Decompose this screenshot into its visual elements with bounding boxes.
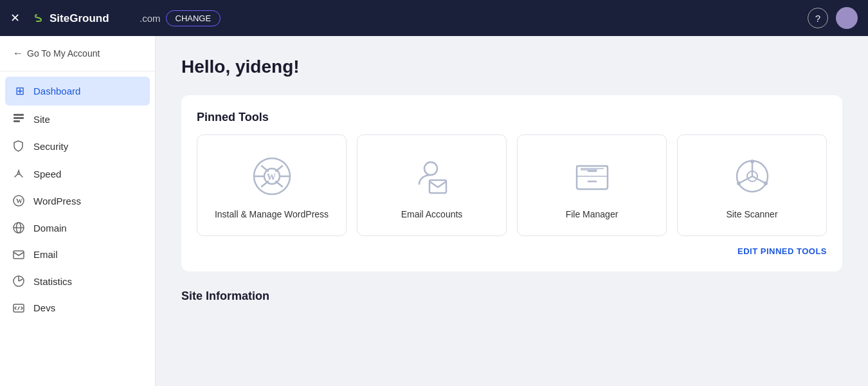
tool-card-wordpress[interactable]: W Install & Manage WordPress (197, 134, 347, 236)
sidebar-item-domain[interactable]: Domain (0, 214, 155, 241)
sidebar-label-site: Site (33, 114, 50, 125)
tool-label-site-scanner: Site Scanner (726, 208, 777, 221)
svg-text:SiteGround: SiteGround (50, 12, 109, 24)
domain-area: .com CHANGE (140, 10, 221, 26)
svg-rect-5 (14, 120, 20, 122)
sidebar-label-security: Security (33, 141, 68, 152)
pinned-tools-grid: W Install & Manage WordPress Email Accou… (197, 134, 827, 236)
back-label: Go To My Account (27, 48, 100, 59)
tool-label-wordpress: Install & Manage WordPress (215, 208, 329, 221)
change-domain-button[interactable]: CHANGE (166, 10, 221, 26)
sidebar-label-wordpress: WordPress (33, 196, 81, 207)
pinned-tools-section: Pinned Tools W Install & (181, 95, 842, 271)
dashboard-icon: ⊞ (13, 84, 27, 98)
domain-icon (13, 222, 27, 234)
speed-icon (13, 168, 27, 179)
svg-rect-4 (14, 117, 24, 119)
svg-point-29 (750, 160, 754, 163)
tool-card-email-accounts[interactable]: Email Accounts (357, 134, 507, 236)
question-mark-icon: ? (815, 13, 820, 24)
close-icon[interactable]: ✕ (10, 11, 20, 25)
tool-label-email-accounts: Email Accounts (401, 208, 463, 221)
security-icon (13, 140, 27, 152)
main-content: Hello, yideng! Pinned Tools W (156, 36, 868, 386)
main-layout: ← Go To My Account ⊞ Dashboard Site (0, 36, 868, 386)
statistics-icon (13, 275, 27, 287)
sidebar-label-speed: Speed (33, 169, 61, 179)
pinned-tools-title: Pinned Tools (197, 111, 827, 124)
sidebar-item-statistics[interactable]: Statistics (0, 268, 155, 295)
back-arrow-icon: ← (13, 48, 23, 59)
tool-label-file-manager: File Manager (566, 208, 619, 221)
tool-card-site-scanner[interactable]: Site Scanner (677, 134, 827, 236)
top-navigation: ✕ SiteGround .com CHANGE ? (0, 0, 868, 36)
sidebar-label-email: Email (33, 249, 58, 260)
site-icon (13, 113, 27, 125)
sidebar-item-speed[interactable]: Speed (0, 160, 155, 187)
sidebar-item-dashboard[interactable]: ⊞ Dashboard (5, 77, 150, 106)
help-button[interactable]: ? (808, 8, 828, 28)
edit-pinned-tools-link[interactable]: EDIT PINNED TOOLS (197, 246, 827, 256)
sidebar-label-dashboard: Dashboard (33, 86, 80, 96)
domain-tld: .com (140, 13, 161, 24)
wordpress-icon: W (13, 195, 27, 207)
svg-point-30 (764, 181, 768, 185)
devs-icon (13, 304, 27, 313)
sidebar-item-wordpress[interactable]: W WordPress (0, 187, 155, 214)
avatar[interactable] (836, 7, 858, 29)
svg-text:W: W (16, 198, 23, 205)
nav-right: ? (808, 7, 858, 29)
svg-rect-11 (14, 251, 24, 259)
svg-text:W: W (267, 172, 276, 182)
sidebar-item-email[interactable]: Email (0, 241, 155, 268)
email-accounts-tool-icon (409, 153, 455, 199)
site-info-title: Site Information (181, 290, 842, 303)
site-scanner-tool-icon (729, 153, 775, 199)
svg-point-31 (737, 181, 741, 185)
logo: SiteGround (30, 8, 127, 28)
sidebar-label-devs: Devs (33, 302, 55, 313)
email-icon (13, 250, 27, 259)
page-greeting: Hello, yideng! (181, 57, 842, 77)
sidebar-nav: ⊞ Dashboard Site (0, 71, 155, 326)
svg-point-19 (424, 162, 437, 175)
sidebar-label-domain: Domain (33, 223, 67, 234)
tool-card-file-manager[interactable]: File Manager (517, 134, 667, 236)
sidebar-item-security[interactable]: Security (0, 133, 155, 160)
wordpress-tool-icon: W (249, 153, 295, 199)
go-to-my-account-link[interactable]: ← Go To My Account (0, 36, 155, 71)
file-manager-tool-icon (569, 153, 615, 199)
sidebar: ← Go To My Account ⊞ Dashboard Site (0, 36, 156, 386)
sidebar-item-devs[interactable]: Devs (0, 295, 155, 321)
sidebar-label-statistics: Statistics (33, 276, 72, 287)
svg-rect-3 (14, 114, 24, 116)
sidebar-item-site[interactable]: Site (0, 106, 155, 133)
